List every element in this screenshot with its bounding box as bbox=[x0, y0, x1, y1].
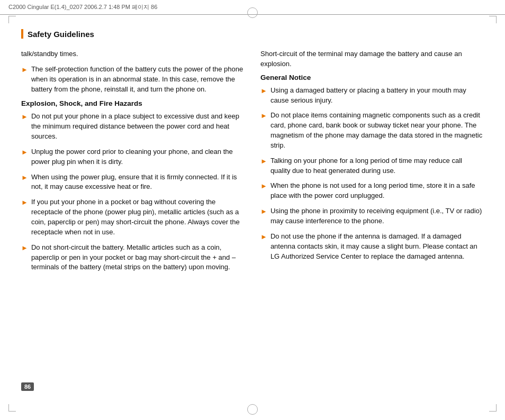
center-circle-bottom bbox=[247, 404, 258, 415]
list-item: ► Unplug the power cord prior to cleanin… bbox=[21, 147, 245, 167]
bullet-arrow-icon: ► bbox=[260, 111, 267, 121]
list-item: ► Do not place items containing magnetic… bbox=[260, 111, 484, 150]
page-container: C2000 Cingular E(1.4)_0207 2006.2.7 1:48… bbox=[0, 0, 505, 420]
bullet-text: Unplug the power cord prior to cleaning … bbox=[31, 147, 245, 167]
bullet-text: Using the phone in proximity to receivin… bbox=[270, 206, 484, 226]
bullet-text: When using the power plug, ensure that i… bbox=[31, 172, 245, 193]
bullet-arrow-icon: ► bbox=[260, 232, 267, 242]
list-item: ► Using a damaged battery or placing a b… bbox=[260, 86, 484, 106]
page-badge: 86 bbox=[21, 382, 34, 391]
bullet-arrow-icon: ► bbox=[260, 181, 267, 191]
title-accent-bar bbox=[21, 29, 23, 39]
content-area: Safety Guidelines talk/standby times. ► … bbox=[21, 29, 484, 394]
bullet-text: When the phone is not used for a long pe… bbox=[270, 181, 484, 201]
right-column: Short-circuit of the terminal may damage… bbox=[260, 49, 484, 278]
bullet-arrow-icon: ► bbox=[21, 173, 28, 183]
short-circuit-intro: Short-circuit of the terminal may damage… bbox=[260, 49, 484, 69]
center-circle-top bbox=[247, 7, 258, 18]
left-section-bullets: ► Do not put your phone in a place subje… bbox=[21, 112, 245, 272]
list-item: ► Talking on your phone for a long perio… bbox=[260, 156, 484, 176]
right-bullets-container: ► Using a damaged battery or placing a b… bbox=[260, 86, 484, 262]
list-item: ► When using the power plug, ensure that… bbox=[21, 172, 245, 193]
header-text: C2000 Cingular E(1.4)_0207 2006.2.7 1:48… bbox=[8, 3, 157, 11]
two-column-layout: talk/standby times. ► The self-protectio… bbox=[21, 49, 484, 278]
bullet-text: Do not short-circuit the battery. Metall… bbox=[31, 243, 245, 273]
section-title-bar: Safety Guidelines bbox=[21, 29, 484, 39]
bullet-text: Do not place items containing magnetic c… bbox=[270, 111, 484, 150]
list-item: ► Using the phone in proximity to receiv… bbox=[260, 206, 484, 226]
explosion-section-heading: Explosion, Shock, and Fire Hazards bbox=[21, 99, 245, 107]
bullet-text: If you put your phone in a pocket or bag… bbox=[31, 197, 245, 237]
list-item: ► Do not short-circuit the battery. Meta… bbox=[21, 243, 245, 273]
bullet-text: Do not put your phone in a place subject… bbox=[31, 112, 245, 142]
general-notice-heading: General Notice bbox=[260, 74, 484, 81]
bullet-arrow-icon: ► bbox=[21, 243, 28, 253]
list-item: ► If you put your phone in a pocket or b… bbox=[21, 197, 245, 237]
corner-mark-tl bbox=[8, 16, 16, 23]
bullet-text: Talking on your phone for a long period … bbox=[270, 156, 484, 176]
bullet-text: The self-protection function of the batt… bbox=[31, 65, 245, 95]
page-title: Safety Guidelines bbox=[28, 30, 94, 39]
bullet-arrow-icon: ► bbox=[260, 86, 267, 96]
bullet-arrow-icon: ► bbox=[21, 148, 28, 158]
list-item: ► When the phone is not used for a long … bbox=[260, 181, 484, 201]
list-item: ► Do not use the phone if the antenna is… bbox=[260, 232, 484, 262]
intro-text: talk/standby times. bbox=[21, 49, 245, 59]
bullet-arrow-icon: ► bbox=[21, 198, 28, 208]
left-column: talk/standby times. ► The self-protectio… bbox=[21, 49, 245, 278]
corner-mark-bl bbox=[8, 404, 16, 412]
bullet-text: Using a damaged battery or placing a bat… bbox=[270, 86, 484, 106]
bullet-arrow-icon: ► bbox=[260, 157, 267, 167]
bullet-arrow-icon: ► bbox=[21, 112, 28, 122]
corner-mark-br bbox=[489, 404, 497, 412]
bullet-text: Do not use the phone if the antenna is d… bbox=[270, 232, 484, 262]
corner-mark-tr bbox=[489, 16, 497, 23]
bullet-arrow-icon: ► bbox=[21, 65, 28, 75]
bullet-arrow-icon: ► bbox=[260, 207, 267, 217]
list-item: ► The self-protection function of the ba… bbox=[21, 65, 245, 95]
list-item: ► Do not put your phone in a place subje… bbox=[21, 112, 245, 142]
